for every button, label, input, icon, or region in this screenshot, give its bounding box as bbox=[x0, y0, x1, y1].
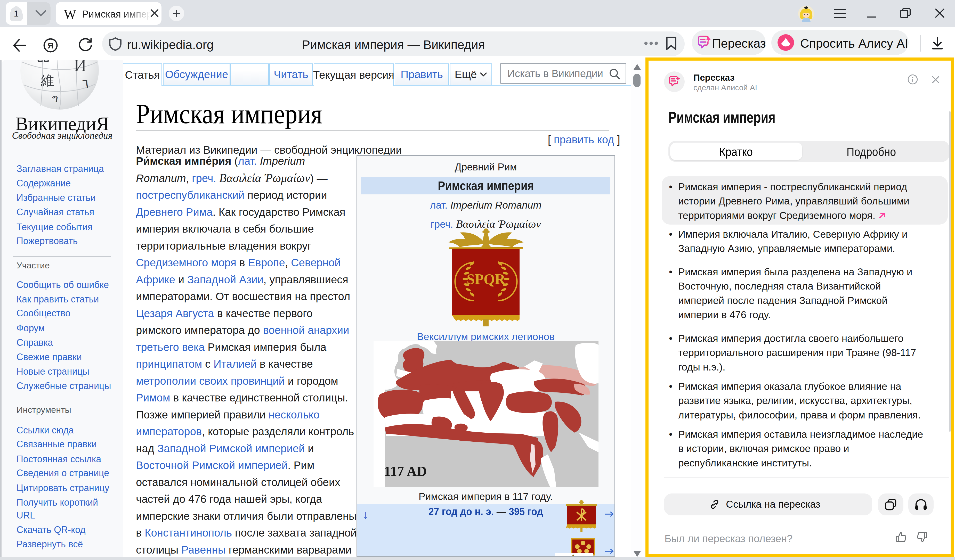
svg-text:٦: ٦ bbox=[82, 76, 89, 90]
svg-text:ግ: ግ bbox=[52, 93, 58, 105]
svg-text:Ω: Ω bbox=[37, 60, 50, 66]
svg-text:И: И bbox=[74, 60, 86, 75]
svg-text:SPQR: SPQR bbox=[467, 271, 506, 287]
svg-text:Я: Я bbox=[48, 41, 54, 50]
svg-text:117 AD: 117 AD bbox=[384, 463, 427, 479]
svg-text:維: 維 bbox=[41, 73, 54, 88]
